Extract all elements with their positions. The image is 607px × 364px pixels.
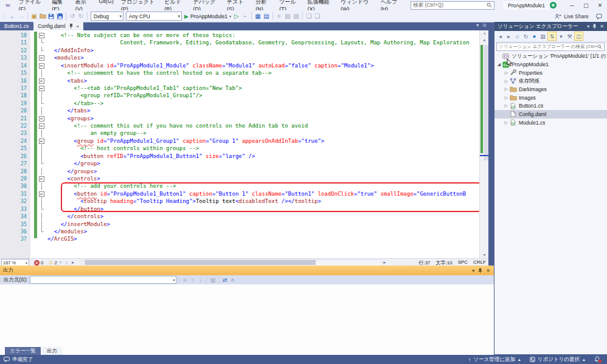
outline-mark[interactable] <box>38 32 45 39</box>
collapsed-arrow-icon[interactable]: ▷ <box>504 103 509 108</box>
tree-item-config-daml[interactable]: Config.daml <box>494 110 607 118</box>
hscroll-right-icon[interactable]: ▸ <box>384 260 386 265</box>
pin-icon[interactable] <box>69 24 74 29</box>
redo-icon[interactable]: ↻ <box>77 12 85 21</box>
collapsed-arrow-icon[interactable]: ▷ <box>504 87 509 92</box>
se-refresh-icon[interactable]: ↻ <box>522 32 530 40</box>
start-debugging-button[interactable]: ▶ ProAppModule1 ▾ <box>184 13 231 19</box>
expanded-arrow-icon[interactable]: ◢ <box>496 62 502 67</box>
quick-search-input[interactable]: 検索 (Ctrl+Q) <box>411 1 494 10</box>
prev-bookmark-icon[interactable]: ❏ <box>313 12 322 21</box>
tree-item-button1-cs[interactable]: ▷C#Button1.cs <box>494 102 607 111</box>
solution-explorer-title-bar[interactable]: ソリューション エクスプローラー ▾ ✕ <box>494 22 607 31</box>
pin-icon[interactable] <box>592 24 597 29</box>
se-properties-icon[interactable]: ⚒ <box>566 32 574 40</box>
outline-mark[interactable] <box>38 84 45 92</box>
se-sync-icon[interactable]: ⇅ <box>547 32 557 41</box>
collapsed-arrow-icon[interactable]: ▷ <box>504 70 509 75</box>
close-document-icon[interactable]: ⊙ <box>482 22 487 28</box>
open-file-icon[interactable] <box>38 12 47 21</box>
output-title-bar[interactable]: 出力 ▾ ✕ <box>0 266 494 275</box>
prev-message-icon[interactable]: ↑ <box>189 276 196 284</box>
collapsed-arrow-icon[interactable]: ▷ <box>504 95 509 100</box>
user-avatar[interactable] <box>550 2 557 9</box>
prev-issue-icon[interactable]: ↑ <box>59 260 61 266</box>
outline-mark[interactable] <box>38 122 45 129</box>
tree-item-darkimages[interactable]: ▷DarkImages <box>494 85 607 94</box>
panel-tab-error-list[interactable]: エラー一覧 <box>5 347 41 355</box>
live-share-button[interactable]: Live Share <box>564 13 589 19</box>
save-icon[interactable] <box>47 12 55 21</box>
bookmark-icon[interactable]: ❏ <box>305 12 313 21</box>
navigate-forward-icon[interactable]: → <box>17 12 26 21</box>
tree-item-images[interactable]: ▷Images <box>494 94 607 102</box>
error-count[interactable]: 0 <box>41 260 43 266</box>
breakpoint-window-icon[interactable]: ▦ <box>254 12 262 21</box>
outline-mark[interactable] <box>38 77 45 84</box>
editor-horizontal-scrollbar[interactable] <box>82 259 382 266</box>
hscroll-thumb[interactable] <box>85 260 316 265</box>
find-message-icon[interactable]: ≡ <box>181 276 189 284</box>
se-home-icon[interactable]: ⌂ <box>513 32 521 40</box>
close-button[interactable]: ✕ <box>593 0 607 10</box>
scroll-up-icon[interactable]: ▲ <box>480 36 488 43</box>
panel-tab-output[interactable]: 出力 <box>42 347 62 355</box>
output-source-dropdown[interactable]: ▾ <box>30 276 176 284</box>
maximize-button[interactable]: ▢ <box>579 0 593 10</box>
start-without-debugging-icon[interactable]: ▷ <box>232 12 241 21</box>
clear-all-icon[interactable]: ▤ <box>209 276 217 284</box>
notifications-bell-icon[interactable] <box>594 356 601 363</box>
scroll-down-icon[interactable]: ▼ <box>480 252 488 258</box>
window-position-dropdown-icon[interactable]: ▾ <box>472 268 474 273</box>
word-wrap-icon[interactable]: ⇄ <box>221 276 229 284</box>
immediate-window-icon[interactable]: ▤ <box>262 12 271 21</box>
se-back-icon[interactable]: ◂ <box>496 32 504 40</box>
code-editor[interactable]: 10 <!-- Note subject can be one or more … <box>0 30 488 258</box>
outline-mark[interactable] <box>38 190 45 197</box>
tree-item-module1-cs[interactable]: ▷C#Module1.cs <box>494 118 607 127</box>
se-preview-selected-icon[interactable]: ◫ <box>574 32 583 41</box>
indent-icon[interactable]: ≡ <box>275 12 283 21</box>
active-files-dropdown-icon[interactable]: ▾ <box>476 22 479 28</box>
close-panel-icon[interactable]: ✕ <box>600 24 604 29</box>
close-panel-icon[interactable]: ✕ <box>486 268 490 273</box>
collapsed-arrow-icon[interactable]: ▷ <box>504 120 509 125</box>
new-project-icon[interactable]: ▣ <box>30 12 38 21</box>
platform-dropdown[interactable]: Any CPU▾ <box>126 12 182 21</box>
tree-item-properties[interactable]: ▷Properties <box>494 69 607 77</box>
hscroll-left-icon[interactable]: ◂ <box>71 260 74 265</box>
solution-config-dropdown[interactable]: Debug▾ <box>91 12 123 21</box>
scrollbar-thumb[interactable] <box>484 45 488 160</box>
outline-mark[interactable] <box>38 62 45 69</box>
minimize-button[interactable]: ─ <box>565 0 579 10</box>
save-all-icon[interactable] <box>55 12 64 21</box>
document-tab-config-daml[interactable]: Config.daml× <box>33 22 83 30</box>
se-forward-icon[interactable]: ▸ <box>505 32 513 40</box>
add-to-source-control-button[interactable]: ↑ ソース管理に追加 ▲ <box>468 356 521 363</box>
se-collapse-all-icon[interactable]: ▤ <box>539 32 547 40</box>
attach-icon[interactable]: ⌁ <box>241 12 249 21</box>
outline-mark[interactable] <box>38 175 45 182</box>
editor-vertical-scrollbar[interactable]: + ▲ ▼ <box>479 30 488 258</box>
output-content[interactable] <box>0 284 494 355</box>
next-message-icon[interactable]: ↓ <box>196 276 204 284</box>
undo-icon[interactable]: ↺ <box>68 12 77 21</box>
warning-count[interactable]: 2 <box>55 260 57 266</box>
se-sync-dropdown-icon[interactable]: ▾ <box>557 32 565 40</box>
autoscroll-icon[interactable]: ○ <box>229 276 237 284</box>
outline-mark[interactable] <box>38 115 45 122</box>
tree-item--[interactable]: ▷依存関係 <box>494 77 607 86</box>
next-issue-icon[interactable]: ↓ <box>65 260 68 266</box>
solution-explorer-search-input[interactable]: ソリューション エクスプローラー の検索 (Ctrl+;) <box>496 43 605 51</box>
feedback-icon[interactable] <box>596 13 602 19</box>
uncomment-icon[interactable]: ▨ <box>292 12 300 21</box>
outline-mark[interactable] <box>38 54 45 61</box>
comment-icon[interactable]: ▧ <box>283 12 292 21</box>
window-position-dropdown-icon[interactable]: ▾ <box>587 24 589 29</box>
close-tab-icon[interactable]: × <box>77 24 80 29</box>
pin-icon[interactable] <box>478 268 482 273</box>
outline-mark[interactable] <box>38 137 45 145</box>
navigate-backward-icon[interactable]: ← <box>9 12 17 21</box>
select-repository-button[interactable]: リポジトリの選択 ▲ <box>530 356 586 363</box>
collapsed-arrow-icon[interactable]: ▷ <box>504 79 509 84</box>
